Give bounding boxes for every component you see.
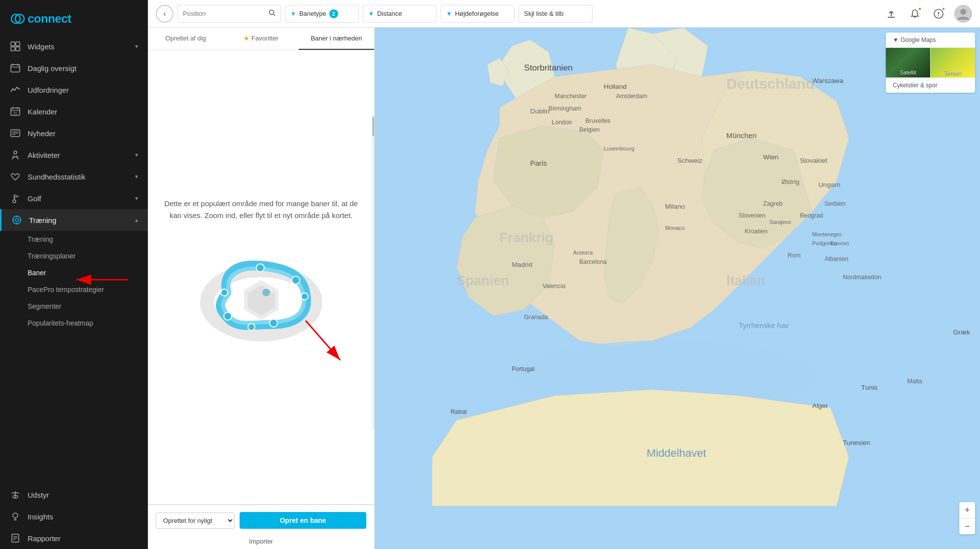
svg-marker-25 (14, 195, 18, 198)
banetype-filter[interactable]: ▼ Banetype 2 (285, 5, 359, 23)
banetype-label: Banetype (299, 10, 326, 17)
svg-point-27 (15, 219, 18, 221)
svg-text:Barcelona: Barcelona (579, 258, 607, 265)
sidebar-item-insights[interactable]: Insights (0, 506, 148, 527)
sidebar-subitem-pacepro[interactable]: PacePro tempostrategier (0, 281, 148, 298)
user-avatar[interactable] (954, 5, 972, 23)
bell-dot (918, 7, 922, 11)
map-type-header: ▼ Google Maps (886, 33, 975, 48)
svg-text:Sarajevo: Sarajevo (770, 219, 791, 225)
sidebar-item-rapporter[interactable]: Rapporter (0, 527, 148, 549)
sidebar-item-nyheder[interactable]: Nyheder (0, 122, 148, 144)
skjl-filter[interactable]: Skjl liste & tilb (519, 5, 593, 23)
sidebar-item-traening[interactable]: Træning ▴ (0, 209, 148, 231)
sidebar-item-insights-label: Insights (28, 512, 53, 521)
svg-text:Tunesien: Tunesien (843, 439, 871, 446)
svg-point-49 (292, 276, 300, 284)
sidebar-subitem-popularitets-heatmap-label: Popularitets-heatmap (28, 319, 93, 327)
terrain-label: Terræn (931, 70, 975, 75)
scroll-thumb (372, 116, 374, 136)
traening-icon (11, 215, 22, 225)
distance-filter[interactable]: ▼ Distance (363, 5, 437, 23)
sidebar-item-kalender[interactable]: 31 Kalender (0, 101, 148, 122)
svg-text:Tunis: Tunis (861, 384, 877, 391)
sidebar-item-widgets-label: Widgets (28, 42, 54, 51)
tab-favoritter[interactable]: ★Favoritter (223, 28, 299, 50)
sidebar-item-widgets[interactable]: Widgets ▾ (0, 36, 148, 57)
alert-icon[interactable] (931, 6, 946, 22)
terrain-option[interactable]: Terræn (931, 48, 975, 77)
svg-text:Slovakiet: Slovakiet (800, 157, 828, 164)
map-area: Storbritanien Dublin Manchester Birmingh… (375, 28, 980, 549)
svg-text:Granada: Granada (524, 314, 548, 321)
svg-text:Deutschland: Deutschland (726, 75, 814, 92)
map-background: Storbritanien Dublin Manchester Birmingh… (375, 28, 980, 549)
sidebar-subitem-popularitets-heatmap[interactable]: Popularitets-heatmap (0, 315, 148, 331)
svg-point-40 (270, 10, 274, 15)
sort-select[interactable]: Oprettet for nyligt (156, 512, 235, 529)
svg-text:Ungarn: Ungarn (818, 181, 840, 188)
sidebar-item-aktiviteter[interactable]: Aktiviteter ▾ (0, 144, 148, 166)
svg-text:München: München (726, 131, 756, 140)
content-area: Oprettet af dig ★Favoritter Baner i nærh… (148, 28, 980, 549)
svg-text:Kroatien: Kroatien (745, 228, 768, 235)
satellit-option[interactable]: Satellit (886, 48, 930, 77)
filter-icon-distance: ▼ (368, 10, 374, 17)
panel-footer-area: Oprettet for nyligt Opret en bane Import… (148, 504, 374, 549)
svg-text:Madrid: Madrid (512, 261, 532, 268)
back-button[interactable]: ‹ (156, 5, 174, 23)
svg-text:Rabat: Rabat (451, 408, 467, 415)
sidebar-item-udfordringer[interactable]: Udfordringer (0, 79, 148, 101)
svg-text:Malta: Malta (907, 378, 922, 385)
panel-message: Dette er et populært område med for mang… (163, 198, 359, 221)
svg-point-33 (13, 513, 18, 518)
import-link[interactable]: Importer (148, 536, 374, 549)
svg-text:Birmingham: Birmingham (549, 105, 581, 112)
sidebar-item-daglig-oversigt[interactable]: Daglig oversigt (0, 57, 148, 79)
zoom-in-button[interactable]: + (959, 502, 975, 518)
create-course-button[interactable]: Opret en bane (240, 512, 366, 529)
sidebar-item-sundhedsstatistik[interactable]: Sundhedsstatistik ▾ (0, 166, 148, 187)
bike-trails-option[interactable]: Cykelstier & spor (886, 77, 975, 93)
insights-icon (10, 512, 21, 521)
sidebar-subitem-baner[interactable]: Baner (0, 264, 148, 281)
svg-text:Østrig: Østrig (781, 178, 799, 185)
svg-text:Middelhavet: Middelhavet (647, 447, 706, 459)
svg-point-53 (224, 312, 232, 320)
position-filter[interactable] (177, 5, 281, 23)
sidebar-item-aktiviteter-label: Aktiviteter (28, 151, 60, 159)
svg-text:Nordmakedon: Nordmakedon (843, 274, 881, 281)
search-icon[interactable] (269, 9, 276, 18)
position-input[interactable] (183, 10, 266, 17)
sundhedsstatistik-arrow: ▾ (135, 173, 138, 180)
svg-text:Luxembourg: Luxembourg (604, 146, 634, 151)
svg-text:Podgorica: Podgorica (812, 240, 838, 246)
filter-triangle-icon: ▼ (893, 37, 899, 43)
sidebar-subitem-traening[interactable]: Træning (0, 231, 148, 248)
left-panel: Oprettet af dig ★Favoritter Baner i nærh… (148, 28, 375, 549)
top-bar: ‹ ▼ Banetype 2 ▼ Distance ▼ Højdeforøgel… (148, 0, 980, 28)
svg-text:Warszawa: Warszawa (812, 77, 844, 84)
svg-text:Montenegro: Montenegro (812, 231, 842, 237)
svg-point-20 (14, 151, 17, 154)
tab-baner-i-naerheden[interactable]: Baner i nærheden (299, 28, 374, 50)
sidebar-subitem-traeningsplaner[interactable]: Træningsplaner (0, 248, 148, 264)
panel-body: Dette er et populært område med for mang… (148, 50, 374, 504)
hoejdeforoegelse-filter[interactable]: ▼ Højdeforøgelse (441, 5, 515, 23)
sidebar-item-nyheder-label: Nyheder (28, 129, 56, 138)
tab-oprettet-af-dig[interactable]: Oprettet af dig (148, 28, 223, 50)
sidebar-item-udstyr[interactable]: Udstyr (0, 484, 148, 506)
svg-text:Serbien: Serbien (824, 200, 845, 207)
svg-text:Monaco: Monaco (665, 225, 685, 231)
sidebar-subitem-segmenter[interactable]: Segmenter (0, 298, 148, 315)
zoom-out-button[interactable]: − (959, 518, 975, 534)
sidebar-item-udstyr-label: Udstyr (28, 491, 49, 499)
notification-bell-icon[interactable] (907, 6, 923, 22)
upload-icon[interactable] (883, 6, 899, 22)
logo: connect (0, 0, 148, 36)
svg-text:Schweiz: Schweiz (677, 157, 702, 164)
sidebar-item-golf[interactable]: Golf ▾ (0, 187, 148, 209)
svg-text:Valencia: Valencia (542, 283, 565, 290)
zoom-controls: + − (959, 502, 975, 534)
satellit-label: Satellit (886, 70, 930, 75)
